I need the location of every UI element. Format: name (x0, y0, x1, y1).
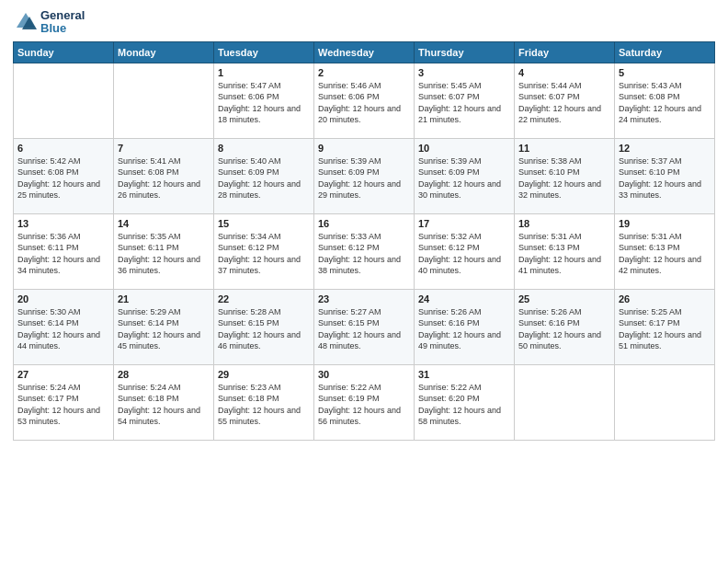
calendar-cell: 30Sunrise: 5:22 AM Sunset: 6:19 PM Dayli… (314, 364, 415, 440)
day-number: 6 (17, 143, 109, 154)
calendar-cell: 12Sunrise: 5:37 AM Sunset: 6:10 PM Dayli… (615, 138, 715, 213)
day-info: Sunrise: 5:42 AM Sunset: 6:08 PM Dayligh… (17, 155, 109, 201)
calendar-table: SundayMondayTuesdayWednesdayThursdayFrid… (13, 41, 715, 441)
day-header-tuesday: Tuesday (214, 41, 314, 63)
day-number: 12 (619, 143, 711, 154)
calendar-cell: 13Sunrise: 5:36 AM Sunset: 6:11 PM Dayli… (14, 213, 114, 289)
day-number: 13 (17, 218, 109, 229)
day-header-wednesday: Wednesday (314, 41, 415, 63)
day-info: Sunrise: 5:37 AM Sunset: 6:10 PM Dayligh… (619, 155, 711, 201)
day-number: 5 (619, 67, 711, 78)
logo-icon (13, 9, 39, 35)
day-number: 4 (518, 67, 610, 78)
day-number: 17 (418, 218, 510, 229)
week-row-2: 6Sunrise: 5:42 AM Sunset: 6:08 PM Daylig… (14, 138, 715, 213)
day-number: 31 (418, 369, 510, 380)
day-info: Sunrise: 5:31 AM Sunset: 6:13 PM Dayligh… (518, 231, 610, 277)
day-info: Sunrise: 5:30 AM Sunset: 6:14 PM Dayligh… (17, 306, 109, 352)
calendar-cell: 8Sunrise: 5:40 AM Sunset: 6:09 PM Daylig… (214, 138, 314, 213)
day-number: 25 (518, 293, 610, 304)
day-number: 16 (318, 218, 410, 229)
day-number: 27 (17, 369, 109, 380)
day-header-monday: Monday (114, 41, 214, 63)
day-info: Sunrise: 5:25 AM Sunset: 6:17 PM Dayligh… (619, 306, 711, 352)
calendar-cell: 2Sunrise: 5:46 AM Sunset: 6:06 PM Daylig… (314, 63, 415, 138)
calendar-cell: 28Sunrise: 5:24 AM Sunset: 6:18 PM Dayli… (114, 364, 214, 440)
calendar-cell: 17Sunrise: 5:32 AM Sunset: 6:12 PM Dayli… (415, 213, 515, 289)
day-info: Sunrise: 5:31 AM Sunset: 6:13 PM Dayligh… (619, 231, 711, 277)
day-info: Sunrise: 5:46 AM Sunset: 6:06 PM Dayligh… (318, 80, 410, 126)
day-info: Sunrise: 5:24 AM Sunset: 6:18 PM Dayligh… (118, 382, 210, 428)
day-info: Sunrise: 5:23 AM Sunset: 6:18 PM Dayligh… (218, 382, 310, 428)
week-row-5: 27Sunrise: 5:24 AM Sunset: 6:17 PM Dayli… (14, 364, 715, 440)
calendar-cell: 18Sunrise: 5:31 AM Sunset: 6:13 PM Dayli… (515, 213, 615, 289)
calendar-cell: 21Sunrise: 5:29 AM Sunset: 6:14 PM Dayli… (114, 289, 214, 364)
day-info: Sunrise: 5:32 AM Sunset: 6:12 PM Dayligh… (418, 231, 510, 277)
day-number: 8 (218, 143, 310, 154)
calendar-cell: 6Sunrise: 5:42 AM Sunset: 6:08 PM Daylig… (14, 138, 114, 213)
day-number: 10 (418, 143, 510, 154)
week-row-3: 13Sunrise: 5:36 AM Sunset: 6:11 PM Dayli… (14, 213, 715, 289)
calendar-cell: 24Sunrise: 5:26 AM Sunset: 6:16 PM Dayli… (415, 289, 515, 364)
day-info: Sunrise: 5:40 AM Sunset: 6:09 PM Dayligh… (218, 155, 310, 201)
calendar-cell: 19Sunrise: 5:31 AM Sunset: 6:13 PM Dayli… (615, 213, 715, 289)
day-info: Sunrise: 5:43 AM Sunset: 6:08 PM Dayligh… (619, 80, 711, 126)
day-number: 23 (318, 293, 410, 304)
day-number: 22 (218, 293, 310, 304)
day-number: 14 (118, 218, 210, 229)
day-info: Sunrise: 5:34 AM Sunset: 6:12 PM Dayligh… (218, 231, 310, 277)
day-info: Sunrise: 5:39 AM Sunset: 6:09 PM Dayligh… (318, 155, 410, 201)
logo-text: General Blue (40, 9, 85, 36)
day-info: Sunrise: 5:38 AM Sunset: 6:10 PM Dayligh… (518, 155, 610, 201)
day-number: 24 (418, 293, 510, 304)
day-number: 20 (17, 293, 109, 304)
week-row-1: 1Sunrise: 5:47 AM Sunset: 6:06 PM Daylig… (14, 63, 715, 138)
calendar-cell (615, 364, 715, 440)
calendar-cell: 10Sunrise: 5:39 AM Sunset: 6:09 PM Dayli… (415, 138, 515, 213)
calendar-cell (14, 63, 114, 138)
day-info: Sunrise: 5:33 AM Sunset: 6:12 PM Dayligh… (318, 231, 410, 277)
calendar-cell: 20Sunrise: 5:30 AM Sunset: 6:14 PM Dayli… (14, 289, 114, 364)
day-info: Sunrise: 5:28 AM Sunset: 6:15 PM Dayligh… (218, 306, 310, 352)
day-number: 26 (619, 293, 711, 304)
calendar-cell: 16Sunrise: 5:33 AM Sunset: 6:12 PM Dayli… (314, 213, 415, 289)
day-number: 3 (418, 67, 510, 78)
week-row-4: 20Sunrise: 5:30 AM Sunset: 6:14 PM Dayli… (14, 289, 715, 364)
calendar-cell: 15Sunrise: 5:34 AM Sunset: 6:12 PM Dayli… (214, 213, 314, 289)
day-number: 9 (318, 143, 410, 154)
day-number: 30 (318, 369, 410, 380)
day-number: 1 (218, 67, 310, 78)
day-number: 29 (218, 369, 310, 380)
calendar-cell: 14Sunrise: 5:35 AM Sunset: 6:11 PM Dayli… (114, 213, 214, 289)
page: General Blue SundayMondayTuesdayWednesda… (0, 0, 728, 563)
day-number: 2 (318, 67, 410, 78)
day-info: Sunrise: 5:26 AM Sunset: 6:16 PM Dayligh… (418, 306, 510, 352)
calendar-cell (114, 63, 214, 138)
day-info: Sunrise: 5:35 AM Sunset: 6:11 PM Dayligh… (118, 231, 210, 277)
day-info: Sunrise: 5:29 AM Sunset: 6:14 PM Dayligh… (118, 306, 210, 352)
day-info: Sunrise: 5:22 AM Sunset: 6:19 PM Dayligh… (318, 382, 410, 428)
day-info: Sunrise: 5:22 AM Sunset: 6:20 PM Dayligh… (418, 382, 510, 428)
calendar-cell: 29Sunrise: 5:23 AM Sunset: 6:18 PM Dayli… (214, 364, 314, 440)
day-number: 11 (518, 143, 610, 154)
day-info: Sunrise: 5:27 AM Sunset: 6:15 PM Dayligh… (318, 306, 410, 352)
calendar-cell: 25Sunrise: 5:26 AM Sunset: 6:16 PM Dayli… (515, 289, 615, 364)
calendar-cell: 5Sunrise: 5:43 AM Sunset: 6:08 PM Daylig… (615, 63, 715, 138)
day-info: Sunrise: 5:44 AM Sunset: 6:07 PM Dayligh… (518, 80, 610, 126)
day-info: Sunrise: 5:39 AM Sunset: 6:09 PM Dayligh… (418, 155, 510, 201)
calendar-cell: 7Sunrise: 5:41 AM Sunset: 6:08 PM Daylig… (114, 138, 214, 213)
day-number: 15 (218, 218, 310, 229)
day-header-thursday: Thursday (415, 41, 515, 63)
calendar-cell: 3Sunrise: 5:45 AM Sunset: 6:07 PM Daylig… (415, 63, 515, 138)
day-info: Sunrise: 5:47 AM Sunset: 6:06 PM Dayligh… (218, 80, 310, 126)
day-header-sunday: Sunday (14, 41, 114, 63)
calendar-cell: 27Sunrise: 5:24 AM Sunset: 6:17 PM Dayli… (14, 364, 114, 440)
day-header-saturday: Saturday (615, 41, 715, 63)
calendar-cell (515, 364, 615, 440)
day-info: Sunrise: 5:24 AM Sunset: 6:17 PM Dayligh… (17, 382, 109, 428)
day-info: Sunrise: 5:36 AM Sunset: 6:11 PM Dayligh… (17, 231, 109, 277)
day-info: Sunrise: 5:41 AM Sunset: 6:08 PM Dayligh… (118, 155, 210, 201)
calendar-cell: 22Sunrise: 5:28 AM Sunset: 6:15 PM Dayli… (214, 289, 314, 364)
calendar-cell: 1Sunrise: 5:47 AM Sunset: 6:06 PM Daylig… (214, 63, 314, 138)
logo-area: General Blue (13, 9, 85, 36)
